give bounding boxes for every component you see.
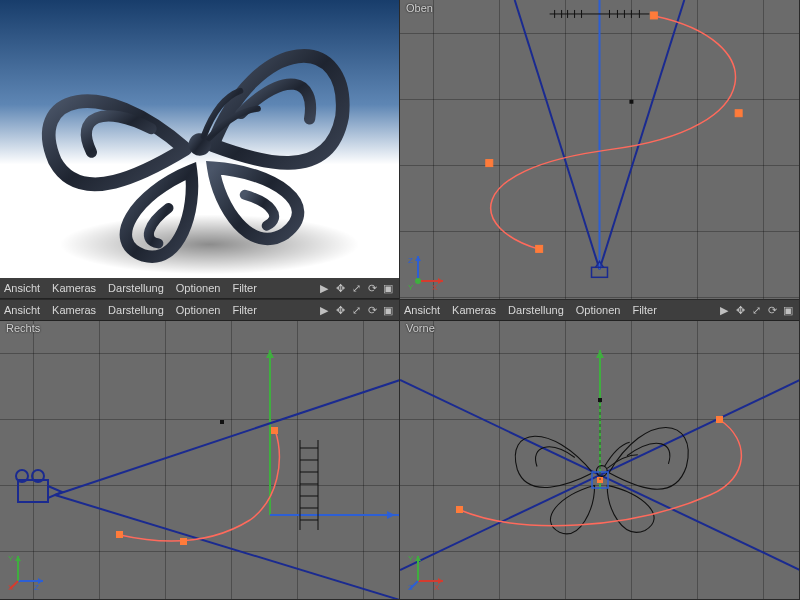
viewport-render[interactable]: Ansicht Kameras Darstellung Optionen Fil… — [0, 0, 400, 300]
menu-filter[interactable]: Filter — [632, 304, 656, 316]
svg-marker-22 — [438, 278, 443, 284]
menu-filter[interactable]: Filter — [232, 282, 256, 294]
viewport-toolbar: ▶ ✥ ⤢ ⟳ ▣ — [317, 303, 395, 317]
menu-filter[interactable]: Filter — [232, 304, 256, 316]
svg-rect-68 — [598, 398, 602, 402]
menu-display[interactable]: Darstellung — [508, 304, 564, 316]
menu-display[interactable]: Darstellung — [108, 282, 164, 294]
zoom-icon[interactable]: ⤢ — [349, 281, 363, 295]
menu-display[interactable]: Darstellung — [108, 304, 164, 316]
axis-gizmo: X Y Z — [408, 551, 448, 591]
menu-cameras[interactable]: Kameras — [52, 282, 96, 294]
viewport-menubar: Ansicht Kameras Darstellung Optionen Fil… — [0, 278, 399, 299]
rendered-butterfly — [0, 0, 399, 299]
scene-front — [400, 320, 800, 600]
svg-point-25 — [415, 278, 421, 284]
menu-view[interactable]: Ansicht — [4, 304, 40, 316]
rotate-icon[interactable]: ⟳ — [365, 303, 379, 317]
svg-text:X: X — [434, 583, 440, 591]
scene-right — [0, 320, 400, 600]
viewport-menubar: Ansicht Kameras Darstellung Optionen Fil… — [0, 300, 399, 321]
svg-marker-72 — [415, 556, 421, 561]
svg-line-33 — [55, 380, 400, 495]
svg-text:Z: Z — [408, 256, 413, 265]
svg-rect-48 — [180, 538, 187, 545]
move-icon[interactable]: ✥ — [333, 281, 347, 295]
menu-options[interactable]: Optionen — [576, 304, 621, 316]
svg-rect-35 — [18, 480, 48, 502]
viewport-top[interactable]: Oben — [400, 0, 800, 300]
arrow-right-icon[interactable]: ▶ — [317, 303, 331, 317]
move-icon[interactable]: ✥ — [733, 303, 747, 317]
maximize-icon[interactable]: ▣ — [781, 303, 795, 317]
svg-marker-53 — [15, 556, 21, 561]
arrow-right-icon[interactable]: ▶ — [317, 281, 331, 295]
svg-point-0 — [60, 214, 359, 274]
viewport-toolbar: ▶ ✥ ⤢ ⟳ ▣ — [317, 281, 395, 295]
rotate-icon[interactable]: ⟳ — [765, 303, 779, 317]
viewport-label: Rechts — [6, 322, 40, 334]
svg-rect-20 — [536, 245, 543, 252]
svg-rect-47 — [116, 531, 123, 538]
viewport-menubar: Ansicht Kameras Darstellung Optionen Fil… — [400, 300, 799, 321]
viewport-toolbar: ▶ ✥ ⤢ ⟳ ▣ — [717, 303, 795, 317]
null-object — [220, 420, 224, 424]
viewport-label: Vorne — [406, 322, 435, 334]
svg-line-34 — [55, 495, 400, 600]
move-icon[interactable]: ✥ — [333, 303, 347, 317]
svg-rect-66 — [716, 416, 723, 423]
zoom-icon[interactable]: ⤢ — [349, 303, 363, 317]
scene-top — [400, 0, 799, 299]
svg-line-2 — [515, 0, 600, 269]
viewport-front[interactable]: Ansicht Kameras Darstellung Optionen Fil… — [400, 300, 800, 600]
svg-text:Y: Y — [408, 283, 414, 291]
maximize-icon[interactable]: ▣ — [381, 281, 395, 295]
svg-rect-18 — [735, 110, 742, 117]
null-object — [629, 100, 633, 104]
svg-text:Z: Z — [34, 583, 39, 591]
svg-text:X: X — [8, 583, 14, 591]
menu-view[interactable]: Ansicht — [4, 282, 40, 294]
svg-text:X: X — [432, 283, 438, 291]
svg-marker-59 — [596, 350, 604, 358]
svg-rect-19 — [486, 160, 493, 167]
viewport-right[interactable]: Ansicht Kameras Darstellung Optionen Fil… — [0, 300, 400, 600]
viewport-label: Oben — [406, 2, 433, 14]
svg-line-3 — [600, 0, 685, 269]
menu-view[interactable]: Ansicht — [404, 304, 440, 316]
axis-gizmo: X Z Y — [408, 251, 448, 291]
axis-gizmo: Z Y X — [8, 551, 48, 591]
arrow-right-icon[interactable]: ▶ — [717, 303, 731, 317]
svg-rect-65 — [456, 506, 463, 513]
menu-cameras[interactable]: Kameras — [52, 304, 96, 316]
svg-marker-32 — [387, 511, 395, 519]
svg-rect-49 — [271, 427, 278, 434]
menu-options[interactable]: Optionen — [176, 304, 221, 316]
svg-text:Z: Z — [408, 583, 413, 591]
menu-cameras[interactable]: Kameras — [452, 304, 496, 316]
rotate-icon[interactable]: ⟳ — [365, 281, 379, 295]
menu-options[interactable]: Optionen — [176, 282, 221, 294]
camera-icon — [16, 470, 62, 502]
svg-text:Y: Y — [8, 554, 14, 563]
zoom-icon[interactable]: ⤢ — [749, 303, 763, 317]
svg-marker-30 — [266, 350, 274, 358]
maximize-icon[interactable]: ▣ — [381, 303, 395, 317]
svg-text:Y: Y — [408, 554, 414, 563]
svg-marker-24 — [415, 256, 421, 261]
svg-rect-17 — [650, 12, 657, 19]
